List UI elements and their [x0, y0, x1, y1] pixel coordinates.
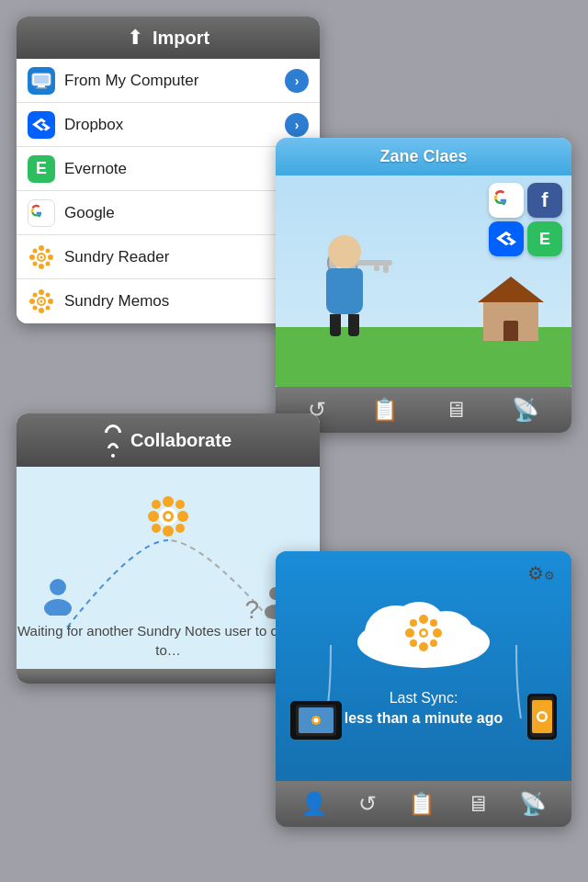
sync-tab-notes-icon[interactable]: 📋 — [408, 791, 435, 817]
character-group — [326, 198, 363, 336]
google-label: Google — [64, 204, 309, 222]
google-icon — [28, 199, 55, 227]
svg-point-22 — [33, 293, 38, 298]
collab-waiting-text: Waiting for another Sundry Notes user to… — [17, 621, 320, 660]
svg-rect-1 — [38, 85, 45, 87]
svg-point-10 — [48, 254, 53, 260]
evernote-app-icon: E — [527, 221, 562, 256]
tablet-device — [290, 701, 342, 740]
sync-tab-user-icon[interactable]: 👤 — [300, 791, 328, 817]
user-name: Zane Claes — [379, 147, 467, 165]
svg-point-19 — [39, 308, 44, 313]
svg-point-53 — [419, 615, 428, 624]
tab-network-icon[interactable]: 📡 — [512, 397, 539, 423]
sync-panel: ⚙⚙ — [276, 551, 571, 827]
import-title: Import — [153, 28, 209, 49]
svg-rect-30 — [374, 266, 379, 271]
svg-point-20 — [29, 299, 35, 304]
chevron-icon-computer: › — [285, 69, 309, 93]
sync-devices — [290, 694, 557, 740]
dropbox-icon — [28, 111, 55, 139]
svg-point-7 — [39, 245, 44, 251]
sundry-memos-icon — [28, 288, 55, 315]
sync-tab-network-icon[interactable]: 📡 — [519, 791, 547, 817]
import-row-evernote[interactable]: E Evernote › — [17, 147, 320, 191]
svg-point-43 — [44, 599, 72, 616]
house-icon — [478, 277, 544, 341]
svg-point-24 — [33, 306, 38, 311]
svg-point-58 — [430, 619, 437, 627]
tab-display-icon[interactable]: 🖥 — [445, 397, 467, 423]
computer-icon — [28, 67, 55, 95]
chevron-icon-dropbox: › — [285, 113, 309, 137]
import-row-dropbox[interactable]: Dropbox › — [17, 103, 320, 147]
svg-point-17 — [40, 300, 43, 303]
svg-point-6 — [40, 255, 43, 258]
svg-point-63 — [422, 631, 426, 636]
svg-point-21 — [48, 299, 53, 304]
dropbox-label: Dropbox — [64, 116, 285, 134]
svg-point-25 — [46, 306, 51, 311]
profile-panel: Zane Claes f — [276, 138, 571, 433]
collaborate-panel: Collaborate — [17, 413, 320, 684]
import-list: From My Computer › Dropbox › E Evernote … — [17, 59, 320, 323]
svg-point-42 — [50, 579, 66, 595]
svg-point-18 — [39, 289, 44, 295]
app-icons-grid: f E — [489, 183, 562, 256]
sundry-reader-label: Sundry Reader — [64, 248, 309, 266]
collab-person-left-icon — [42, 579, 74, 623]
import-row-sundry-reader[interactable]: Sundry Reader — [17, 235, 320, 279]
import-icon: ⬆ — [127, 26, 143, 50]
sundry-memos-label: Sundry Memos — [64, 292, 309, 311]
collab-footer — [17, 669, 320, 684]
from-my-computer-label: From My Computer — [64, 72, 285, 90]
gear-icons: ⚙⚙ — [527, 562, 555, 584]
svg-point-12 — [46, 248, 51, 253]
evernote-label: Evernote — [64, 160, 285, 178]
sundry-reader-icon — [28, 243, 55, 271]
import-row-google[interactable]: Google — [17, 191, 320, 235]
collab-body: ? Waiting for another Sundry Notes user … — [17, 467, 320, 669]
google-app-icon — [489, 183, 524, 218]
person-figure — [326, 235, 363, 336]
svg-point-23 — [46, 293, 51, 298]
dropbox-app-icon — [489, 221, 524, 256]
profile-body: f E — [276, 175, 571, 387]
sync-tab-display-icon[interactable]: 🖥 — [467, 791, 489, 817]
collab-title: Collaborate — [130, 430, 232, 451]
svg-rect-3 — [34, 75, 49, 84]
import-panel: ⬆ Import From My Computer › — [17, 17, 320, 323]
evernote-icon: E — [28, 155, 55, 183]
svg-point-71 — [538, 714, 545, 720]
svg-point-57 — [410, 619, 417, 627]
phone-device — [527, 694, 557, 740]
facebook-app-icon: f — [527, 183, 562, 218]
svg-rect-29 — [383, 266, 389, 273]
profile-tabbar: ↺ 📋 🖥 📡 — [276, 387, 571, 433]
import-row-computer[interactable]: From My Computer › — [17, 59, 320, 103]
wifi-icon — [105, 423, 121, 458]
import-row-sundry-memos[interactable]: Sundry Memos — [17, 279, 320, 323]
svg-point-14 — [46, 261, 51, 266]
sync-tabbar: 👤 ↺ 📋 🖥 📡 — [276, 781, 571, 827]
svg-point-13 — [33, 261, 38, 266]
collab-header: Collaborate — [17, 413, 320, 467]
svg-rect-2 — [36, 87, 47, 89]
import-header: ⬆ Import — [17, 17, 320, 59]
profile-header: Zane Claes — [276, 138, 571, 175]
tab-notes-icon[interactable]: 📋 — [371, 397, 399, 423]
sync-tab-refresh-icon[interactable]: ↺ — [358, 791, 377, 817]
svg-point-11 — [33, 248, 38, 253]
svg-point-9 — [29, 254, 35, 260]
svg-point-67 — [314, 718, 319, 723]
sync-body: ⚙⚙ — [276, 551, 571, 781]
svg-point-8 — [39, 264, 44, 269]
